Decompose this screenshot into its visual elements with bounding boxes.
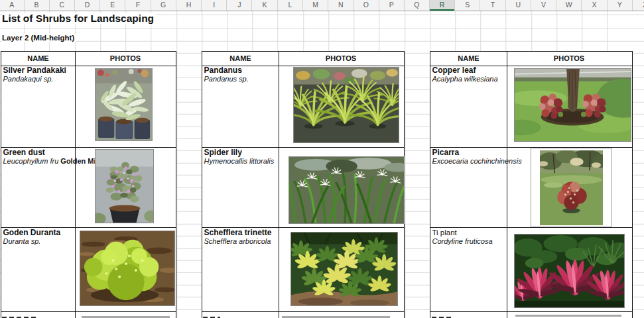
golden-duranta-photo[interactable]: [80, 231, 175, 306]
column-header-c[interactable]: C: [50, 0, 75, 11]
table-border: [75, 52, 76, 318]
table-border: [1, 227, 176, 228]
photo-image: [291, 233, 397, 305]
plant-name-cell[interactable]: Green dust: [2, 148, 96, 157]
photo-image: [96, 150, 153, 223]
photo-image: [515, 69, 631, 141]
column-header-g[interactable]: G: [151, 0, 176, 11]
column-header-u[interactable]: U: [506, 0, 531, 11]
plant-scientific-cell[interactable]: Cordyline fruticosa: [431, 237, 513, 246]
photo-image: [289, 157, 404, 223]
table-border: [1, 311, 176, 312]
column-header-j[interactable]: J: [227, 0, 252, 11]
column-header-d[interactable]: D: [75, 0, 100, 11]
name-column-header[interactable]: NAME: [430, 52, 507, 66]
column-header-o[interactable]: O: [354, 0, 379, 11]
plant-scientific-cell[interactable]: Leucophyllum fru Golden Miagos: [2, 157, 96, 166]
cultivar-text: Golden Miagos: [60, 157, 95, 165]
name-column-header[interactable]: NAME: [1, 52, 75, 66]
name-column-header[interactable]: NAME: [202, 52, 279, 66]
pandanus-photo[interactable]: [293, 67, 399, 143]
photos-column-header[interactable]: PHOTOS: [279, 52, 403, 66]
plant-scientific-cell[interactable]: Schefflera arboricola: [203, 237, 289, 246]
silver-pandakaki-photo[interactable]: [95, 68, 153, 141]
column-header-n[interactable]: N: [328, 0, 354, 11]
table-border: [279, 52, 279, 318]
column-header-h[interactable]: H: [176, 0, 202, 11]
green-dust-photo[interactable]: [95, 149, 154, 223]
spider-lily-photo[interactable]: [289, 156, 405, 224]
copper-leaf-photo[interactable]: [514, 68, 631, 142]
ti-plant-photo[interactable]: [514, 234, 625, 308]
plant-scientific-cell[interactable]: Excoecaria cochinchinensis: [431, 157, 529, 166]
plant-name-cell[interactable]: Silver Pandakaki: [2, 66, 96, 75]
section-label-cell[interactable]: Layer 2 (Mid-height): [2, 34, 76, 42]
column-header-i[interactable]: I: [202, 0, 227, 11]
column-header-s[interactable]: S: [455, 0, 480, 11]
picarra-photo[interactable]: [531, 148, 612, 227]
plant-name-cell[interactable]: Ti plant: [431, 229, 513, 237]
photo-image: [96, 69, 152, 140]
column-header-w[interactable]: W: [556, 0, 582, 11]
photo-image: [515, 235, 624, 307]
scientific-text: Leucophyllum fru: [3, 157, 59, 165]
photo-image: [80, 231, 174, 305]
table-border: [507, 52, 507, 318]
column-header-strip: A B C D E F G H I J K L M N O P Q R S T …: [0, 0, 644, 11]
photos-column-header[interactable]: PHOTOS: [75, 52, 176, 66]
table-border: [430, 311, 632, 312]
plant-scientific-cell[interactable]: Pandakaqui sp.: [2, 75, 96, 83]
plant-scientific-cell[interactable]: Acalypha wilkesiana: [431, 75, 513, 83]
column-header-v[interactable]: V: [531, 0, 556, 11]
plant-name-cell[interactable]: Pandanus: [203, 66, 292, 75]
table-border: [1, 147, 176, 148]
column-header-e[interactable]: E: [100, 0, 125, 11]
plant-name-cell[interactable]: Spider lily: [203, 148, 287, 157]
column-header-z[interactable]: Z: [633, 0, 644, 11]
next-photo-top-edge: [515, 315, 621, 317]
column-header-r-selected[interactable]: R: [430, 0, 455, 11]
photos-column-header[interactable]: PHOTOS: [507, 52, 631, 66]
plant-scientific-cell[interactable]: Duranta sp.: [2, 237, 80, 246]
photo-image: [294, 68, 399, 142]
plant-name-cell[interactable]: Schefflera trinette: [203, 229, 289, 237]
column-header-l[interactable]: L: [278, 0, 303, 11]
column-header-k[interactable]: K: [252, 0, 277, 11]
table-border: [202, 147, 404, 148]
column-header-a[interactable]: A: [0, 0, 25, 11]
plant-name-cell[interactable]: Picarra: [431, 148, 529, 157]
spreadsheet-canvas: A B C D E F G H I J K L M N O P Q R S T …: [0, 0, 644, 318]
photo-image: [540, 150, 603, 225]
column-header-b[interactable]: B: [25, 0, 50, 11]
column-header-t[interactable]: T: [480, 0, 505, 11]
column-header-p[interactable]: P: [379, 0, 405, 11]
column-header-x[interactable]: X: [582, 0, 607, 11]
plant-name-cell[interactable]: Copper leaf: [431, 66, 513, 75]
schefflera-trinette-photo[interactable]: [290, 232, 398, 306]
plant-scientific-cell[interactable]: Pandanus sp.: [203, 75, 292, 83]
plant-scientific-cell[interactable]: Hymenocallis littoralis: [203, 157, 287, 166]
sheet-title-cell[interactable]: List of Shrubs for Landscaping: [2, 13, 156, 25]
table-border: [202, 311, 404, 312]
column-header-f[interactable]: F: [125, 0, 151, 11]
column-header-q[interactable]: Q: [405, 0, 430, 11]
table-border: [202, 227, 404, 228]
column-header-y[interactable]: Y: [608, 0, 633, 11]
column-header-m[interactable]: M: [303, 0, 328, 11]
plant-name-cell[interactable]: Goden Duranta: [2, 229, 80, 237]
